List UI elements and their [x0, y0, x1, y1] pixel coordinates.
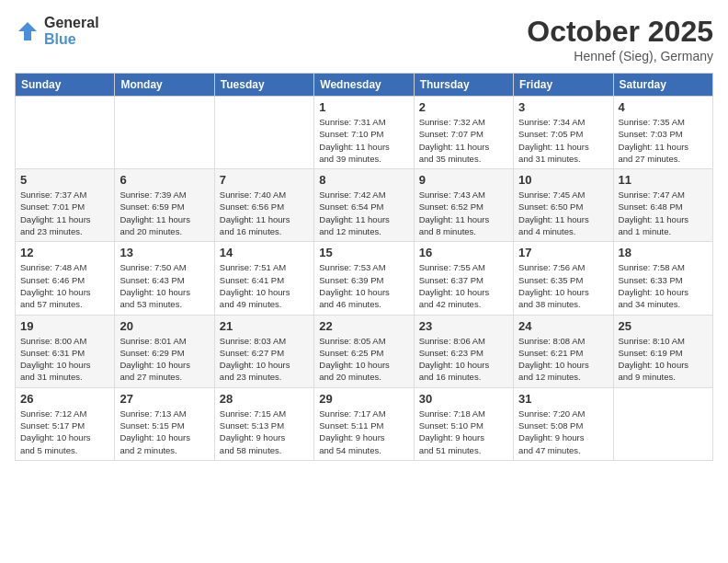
day-number: 28	[220, 392, 309, 406]
day-number: 13	[119, 246, 209, 259]
calendar-cell: 13Sunrise: 7:50 AM Sunset: 6:43 PM Dayli…	[115, 242, 214, 315]
weekday-header: Thursday	[414, 74, 513, 97]
day-info: Sunrise: 7:12 AM Sunset: 5:17 PM Dayligh…	[20, 408, 109, 456]
page-header: General Blue October 2025 Hennef (Sieg),…	[15, 15, 713, 63]
day-info: Sunrise: 7:39 AM Sunset: 6:59 PM Dayligh…	[119, 189, 209, 237]
day-info: Sunrise: 7:40 AM Sunset: 6:56 PM Dayligh…	[220, 189, 309, 237]
day-number: 23	[419, 319, 508, 333]
logo-general-text: General	[44, 15, 99, 31]
weekday-header: Tuesday	[214, 74, 313, 97]
day-number: 5	[20, 173, 109, 187]
day-number: 8	[319, 173, 408, 187]
calendar-cell: 29Sunrise: 7:17 AM Sunset: 5:11 PM Dayli…	[314, 387, 414, 460]
day-number: 10	[518, 173, 608, 187]
day-info: Sunrise: 8:00 AM Sunset: 6:31 PM Dayligh…	[20, 335, 109, 384]
day-number: 6	[119, 173, 209, 187]
day-info: Sunrise: 7:55 AM Sunset: 6:37 PM Dayligh…	[419, 261, 508, 310]
calendar-cell: 18Sunrise: 7:58 AM Sunset: 6:33 PM Dayli…	[613, 242, 712, 315]
day-number: 7	[220, 173, 309, 187]
weekday-header: Sunday	[16, 74, 115, 97]
day-info: Sunrise: 7:35 AM Sunset: 7:03 PM Dayligh…	[619, 116, 708, 165]
calendar-cell: 24Sunrise: 8:08 AM Sunset: 6:21 PM Dayli…	[514, 315, 613, 387]
day-number: 26	[20, 392, 109, 406]
calendar-table: SundayMondayTuesdayWednesdayThursdayFrid…	[15, 73, 713, 461]
day-number: 1	[319, 100, 408, 114]
day-number: 3	[518, 100, 608, 114]
day-number: 15	[319, 246, 408, 259]
calendar-cell: 22Sunrise: 8:05 AM Sunset: 6:25 PM Dayli…	[314, 315, 414, 387]
calendar-cell: 27Sunrise: 7:13 AM Sunset: 5:15 PM Dayli…	[115, 387, 214, 460]
day-info: Sunrise: 7:58 AM Sunset: 6:33 PM Dayligh…	[619, 261, 708, 310]
calendar-cell	[214, 97, 313, 169]
day-info: Sunrise: 7:47 AM Sunset: 6:48 PM Dayligh…	[619, 189, 708, 237]
day-info: Sunrise: 7:31 AM Sunset: 7:10 PM Dayligh…	[319, 116, 408, 165]
calendar-cell: 17Sunrise: 7:56 AM Sunset: 6:35 PM Dayli…	[514, 242, 613, 315]
calendar-cell: 20Sunrise: 8:01 AM Sunset: 6:29 PM Dayli…	[115, 315, 214, 387]
logo-icon	[15, 18, 40, 44]
calendar-cell: 12Sunrise: 7:48 AM Sunset: 6:46 PM Dayli…	[16, 242, 115, 315]
day-number: 27	[119, 392, 209, 406]
day-number: 31	[518, 392, 608, 406]
weekday-header: Saturday	[613, 74, 712, 97]
day-info: Sunrise: 8:06 AM Sunset: 6:23 PM Dayligh…	[419, 335, 508, 384]
calendar-cell: 5Sunrise: 7:37 AM Sunset: 7:01 PM Daylig…	[16, 169, 115, 242]
day-info: Sunrise: 7:45 AM Sunset: 6:50 PM Dayligh…	[518, 189, 608, 237]
day-info: Sunrise: 7:20 AM Sunset: 5:08 PM Dayligh…	[518, 408, 608, 456]
calendar-cell: 19Sunrise: 8:00 AM Sunset: 6:31 PM Dayli…	[16, 315, 115, 387]
day-number: 4	[619, 100, 708, 114]
day-info: Sunrise: 7:34 AM Sunset: 7:05 PM Dayligh…	[518, 116, 608, 165]
day-info: Sunrise: 7:50 AM Sunset: 6:43 PM Dayligh…	[119, 261, 209, 310]
day-number: 18	[619, 246, 708, 259]
weekday-header: Friday	[514, 74, 613, 97]
title-section: October 2025 Hennef (Sieg), Germany	[527, 15, 713, 63]
calendar-cell: 4Sunrise: 7:35 AM Sunset: 7:03 PM Daylig…	[613, 97, 712, 169]
month-title: October 2025	[527, 15, 713, 49]
day-info: Sunrise: 8:03 AM Sunset: 6:27 PM Dayligh…	[220, 335, 309, 384]
day-number: 30	[419, 392, 508, 406]
day-number: 9	[419, 173, 508, 187]
day-number: 16	[419, 246, 508, 259]
calendar-cell: 11Sunrise: 7:47 AM Sunset: 6:48 PM Dayli…	[613, 169, 712, 242]
weekday-header: Wednesday	[314, 74, 414, 97]
day-info: Sunrise: 8:10 AM Sunset: 6:19 PM Dayligh…	[619, 335, 708, 384]
calendar-cell: 1Sunrise: 7:31 AM Sunset: 7:10 PM Daylig…	[314, 97, 414, 169]
calendar-cell	[115, 97, 214, 169]
day-number: 25	[619, 319, 708, 333]
day-number: 11	[619, 173, 708, 187]
day-info: Sunrise: 7:56 AM Sunset: 6:35 PM Dayligh…	[518, 261, 608, 310]
calendar-cell	[613, 387, 712, 460]
calendar-cell: 31Sunrise: 7:20 AM Sunset: 5:08 PM Dayli…	[514, 387, 613, 460]
location-subtitle: Hennef (Sieg), Germany	[527, 49, 713, 63]
calendar-cell: 3Sunrise: 7:34 AM Sunset: 7:05 PM Daylig…	[514, 97, 613, 169]
day-number: 17	[518, 246, 608, 259]
calendar-cell: 10Sunrise: 7:45 AM Sunset: 6:50 PM Dayli…	[514, 169, 613, 242]
calendar-cell: 6Sunrise: 7:39 AM Sunset: 6:59 PM Daylig…	[115, 169, 214, 242]
calendar-cell: 21Sunrise: 8:03 AM Sunset: 6:27 PM Dayli…	[214, 315, 313, 387]
day-info: Sunrise: 7:48 AM Sunset: 6:46 PM Dayligh…	[20, 261, 109, 310]
day-info: Sunrise: 7:32 AM Sunset: 7:07 PM Dayligh…	[419, 116, 508, 165]
calendar-cell: 28Sunrise: 7:15 AM Sunset: 5:13 PM Dayli…	[214, 387, 313, 460]
day-info: Sunrise: 8:08 AM Sunset: 6:21 PM Dayligh…	[518, 335, 608, 384]
calendar-cell: 14Sunrise: 7:51 AM Sunset: 6:41 PM Dayli…	[214, 242, 313, 315]
day-info: Sunrise: 7:42 AM Sunset: 6:54 PM Dayligh…	[319, 189, 408, 237]
calendar-cell: 15Sunrise: 7:53 AM Sunset: 6:39 PM Dayli…	[314, 242, 414, 315]
weekday-header: Monday	[115, 74, 214, 97]
calendar-cell: 9Sunrise: 7:43 AM Sunset: 6:52 PM Daylig…	[414, 169, 513, 242]
calendar-cell: 7Sunrise: 7:40 AM Sunset: 6:56 PM Daylig…	[214, 169, 313, 242]
day-number: 14	[220, 246, 309, 259]
calendar-cell: 2Sunrise: 7:32 AM Sunset: 7:07 PM Daylig…	[414, 97, 513, 169]
svg-marker-0	[18, 22, 37, 40]
logo: General Blue	[15, 15, 99, 47]
calendar-cell: 16Sunrise: 7:55 AM Sunset: 6:37 PM Dayli…	[414, 242, 513, 315]
day-number: 22	[319, 319, 408, 333]
day-number: 24	[518, 319, 608, 333]
day-number: 12	[20, 246, 109, 259]
day-info: Sunrise: 7:37 AM Sunset: 7:01 PM Dayligh…	[20, 189, 109, 237]
day-info: Sunrise: 7:17 AM Sunset: 5:11 PM Dayligh…	[319, 408, 408, 456]
day-number: 21	[220, 319, 309, 333]
calendar-cell: 8Sunrise: 7:42 AM Sunset: 6:54 PM Daylig…	[314, 169, 414, 242]
day-number: 29	[319, 392, 408, 406]
day-info: Sunrise: 8:01 AM Sunset: 6:29 PM Dayligh…	[119, 335, 209, 384]
day-info: Sunrise: 7:51 AM Sunset: 6:41 PM Dayligh…	[220, 261, 309, 310]
day-info: Sunrise: 7:15 AM Sunset: 5:13 PM Dayligh…	[220, 408, 309, 456]
